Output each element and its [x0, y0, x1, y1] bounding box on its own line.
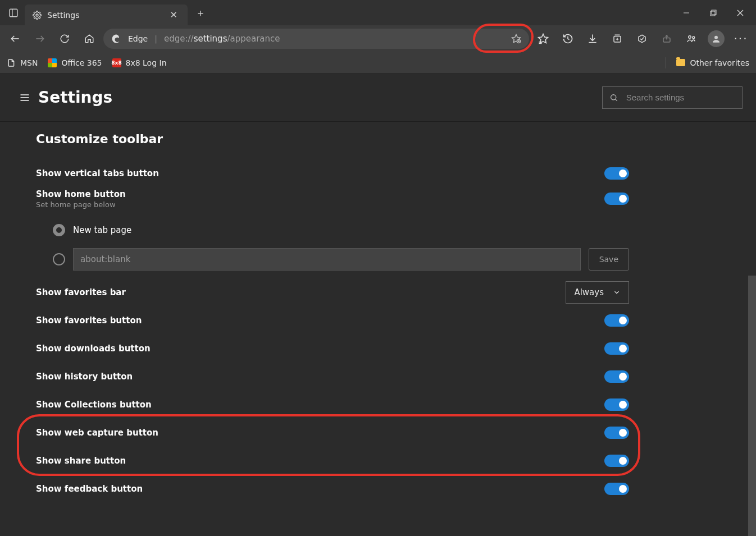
browser-tab[interactable]: Settings ✕	[25, 4, 188, 25]
svg-rect-0	[10, 9, 17, 17]
row-home-button: Show home button Set home page below	[36, 187, 629, 210]
radio-new-tab-page[interactable]: New tab page	[36, 218, 629, 242]
toggle-collections-button[interactable]	[604, 398, 629, 411]
feedback-button[interactable]	[681, 28, 702, 49]
share-button[interactable]	[656, 28, 677, 49]
hamburger-menu-button[interactable]	[13, 86, 36, 109]
toggle-history-button[interactable]	[604, 370, 629, 383]
history-button[interactable]	[557, 28, 579, 49]
separator: |	[154, 34, 157, 43]
svg-point-27	[714, 36, 718, 39]
more-button[interactable]: ···	[730, 28, 752, 49]
svg-line-32	[615, 99, 617, 100]
setting-label: Show favorites bar	[36, 287, 126, 297]
back-button[interactable]	[4, 28, 26, 49]
scrollbar[interactable]	[748, 276, 756, 536]
row-favorites-bar: Show favorites bar Always	[36, 278, 629, 306]
radio-label: New tab page	[73, 225, 131, 235]
toggle-favorites-button[interactable]	[604, 314, 629, 327]
url-text: edge://settings/appearance	[164, 34, 504, 44]
dropdown-value: Always	[574, 287, 604, 297]
radio-custom-url[interactable]: about:blank Save	[36, 247, 629, 272]
search-settings[interactable]	[602, 86, 743, 109]
avatar-icon	[708, 30, 725, 47]
row-vertical-tabs: Show vertical tabs button	[36, 159, 629, 187]
setting-label: Show web capture button	[36, 428, 158, 438]
row-share-button: Show share button	[36, 447, 629, 475]
site-identity-label: Edge	[128, 34, 148, 43]
toggle-share-button[interactable]	[604, 455, 629, 467]
forward-button[interactable]	[29, 28, 51, 49]
refresh-button[interactable]	[54, 28, 75, 49]
favorites-button[interactable]	[532, 28, 554, 49]
minimize-button[interactable]	[673, 2, 700, 24]
search-input[interactable]	[625, 92, 735, 103]
microsoft-logo-icon	[48, 58, 57, 67]
setting-label: Show favorites button	[36, 315, 142, 326]
tab-title: Settings	[47, 11, 79, 20]
setting-label: Show share button	[36, 456, 126, 466]
setting-label: Show home button	[36, 189, 126, 199]
row-feedback-button: Show feedback button	[36, 475, 629, 503]
vertical-tabs-icon[interactable]	[2, 2, 25, 24]
separator	[666, 57, 666, 68]
toggle-web-capture-button[interactable]	[604, 427, 629, 439]
save-label: Save	[599, 255, 618, 264]
toggle-home-button[interactable]	[604, 193, 629, 205]
page-title: Settings	[38, 88, 112, 107]
add-favorite-icon[interactable]	[511, 34, 521, 44]
edge-logo-icon	[111, 34, 121, 44]
settings-content: Customize toolbar Show vertical tabs but…	[0, 132, 629, 503]
home-url-input[interactable]: about:blank	[73, 248, 581, 271]
new-tab-button[interactable]: ＋	[191, 3, 210, 22]
close-tab-button[interactable]: ✕	[168, 8, 180, 22]
navbar: Edge | edge://settings/appearance ···	[0, 25, 756, 52]
bookmarks-bar: MSN Office 365 8x8 8x8 Log In Other favo…	[0, 52, 756, 74]
svg-point-25	[689, 36, 691, 39]
setting-label: Show Collections button	[36, 400, 152, 410]
web-capture-button[interactable]	[631, 28, 653, 49]
setting-label: Show vertical tabs button	[36, 168, 159, 178]
close-window-button[interactable]	[727, 2, 754, 24]
save-button[interactable]: Save	[589, 248, 629, 271]
home-button[interactable]	[79, 28, 100, 49]
favorites-bar-dropdown[interactable]: Always	[566, 281, 629, 304]
setting-label: Show feedback button	[36, 484, 143, 494]
window-controls	[673, 2, 754, 24]
row-favorites-button: Show favorites button	[36, 306, 629, 335]
bookmark-label: 8x8 Log In	[126, 58, 167, 67]
bookmark-msn[interactable]: MSN	[7, 58, 38, 67]
radio-icon	[53, 253, 65, 265]
svg-point-2	[36, 14, 38, 16]
svg-rect-4	[711, 11, 715, 16]
page-icon	[7, 58, 16, 67]
bookmark-label: Office 365	[61, 58, 102, 67]
setting-sublabel: Set home page below	[36, 200, 126, 209]
row-history-button: Show history button	[36, 363, 629, 391]
url-value: about:blank	[80, 254, 130, 264]
folder-icon	[676, 59, 685, 66]
downloads-button[interactable]	[582, 28, 603, 49]
toggle-downloads-button[interactable]	[604, 342, 629, 355]
row-web-capture-button: Show web capture button	[36, 419, 629, 447]
toggle-feedback-button[interactable]	[604, 483, 629, 495]
bookmark-office[interactable]: Office 365	[48, 58, 102, 67]
address-bar[interactable]: Edge | edge://settings/appearance	[103, 29, 529, 49]
bookmark-label: MSN	[20, 58, 38, 67]
row-collections-button: Show Collections button	[36, 391, 629, 419]
toggle-vertical-tabs[interactable]	[604, 167, 629, 180]
other-favorites-button[interactable]: Other favorites	[676, 58, 749, 67]
row-downloads-button: Show downloads button	[36, 335, 629, 363]
chevron-down-icon	[613, 288, 621, 296]
setting-label: Show history button	[36, 372, 133, 382]
profile-button[interactable]	[705, 28, 727, 49]
maximize-button[interactable]	[700, 2, 727, 24]
search-icon	[609, 93, 618, 103]
collections-button[interactable]	[607, 28, 628, 49]
titlebar: Settings ✕ ＋	[0, 0, 756, 25]
svg-point-31	[611, 94, 616, 99]
svg-rect-5	[712, 10, 716, 15]
setting-label: Show downloads button	[36, 343, 151, 354]
bookmark-8x8[interactable]: 8x8 8x8 Log In	[112, 58, 167, 67]
section-title: Customize toolbar	[36, 132, 629, 146]
